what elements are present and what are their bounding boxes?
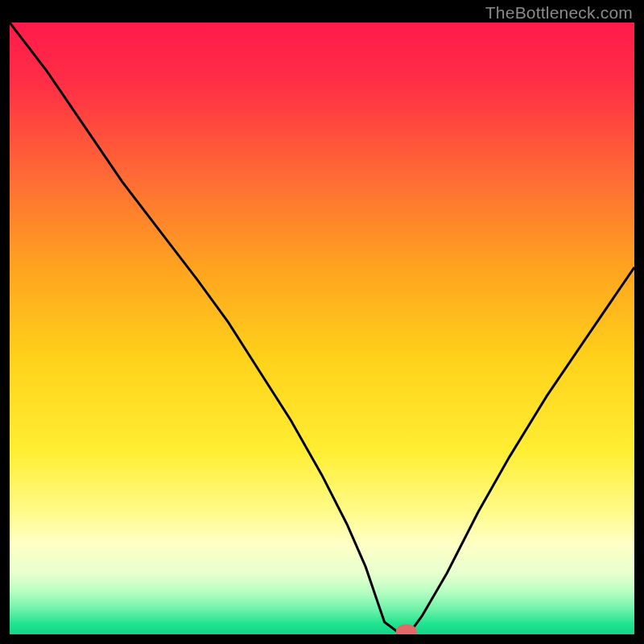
gradient-background xyxy=(10,23,634,634)
bottleneck-chart xyxy=(10,23,634,634)
chart-frame xyxy=(10,23,634,634)
watermark-text: TheBottleneck.com xyxy=(485,3,633,23)
